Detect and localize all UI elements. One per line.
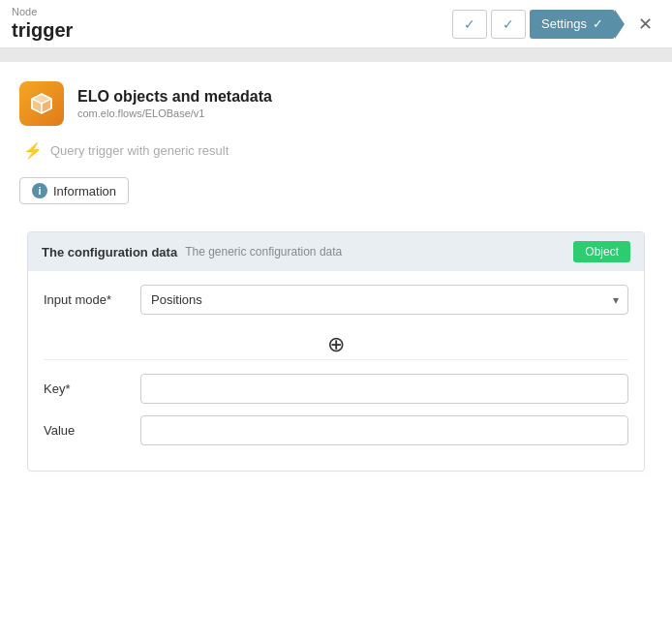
information-label: Information: [53, 184, 116, 198]
value-input[interactable]: [140, 415, 628, 445]
node-label: Node: [12, 6, 73, 17]
divider-bar: [0, 48, 672, 62]
settings-button[interactable]: Settings ✓: [530, 10, 615, 39]
checkmark-icon-1: ✓: [464, 16, 475, 32]
key-label: Key*: [44, 381, 140, 396]
value-label: Value: [44, 423, 140, 438]
info-icon: i: [32, 183, 47, 198]
check-button-1[interactable]: ✓: [452, 10, 487, 39]
settings-label: Settings: [541, 16, 587, 31]
main-content: ELO objects and metadata com.elo.flows/E…: [0, 62, 672, 487]
header-right: ✓ ✓ Settings ✓ ✕: [452, 10, 660, 39]
close-icon: ✕: [638, 15, 653, 34]
app-card: ELO objects and metadata com.elo.flows/E…: [19, 81, 653, 126]
config-subtitle: The generic configuration data: [185, 245, 342, 259]
app-id: com.elo.flows/ELOBase/v1: [77, 107, 272, 119]
main-window: Node trigger ✓ ✓ Settings ✓ ✕: [0, 0, 672, 640]
key-input[interactable]: [140, 374, 628, 404]
object-label: Object: [585, 245, 619, 259]
lightning-icon: ⚡: [23, 141, 43, 160]
checkmark-icon-2: ✓: [503, 16, 514, 32]
value-control: [140, 415, 628, 445]
input-mode-row: Input mode* Positions Fixed Dynamic ▾: [44, 285, 628, 315]
trigger-description: ⚡ Query trigger with generic result: [19, 141, 653, 160]
app-icon: [19, 81, 64, 126]
key-row: Key*: [44, 374, 628, 404]
input-mode-select[interactable]: Positions Fixed Dynamic: [140, 285, 628, 315]
config-header-left: The configuration data The generic confi…: [42, 245, 342, 259]
spacer: [19, 212, 653, 231]
header: Node trigger ✓ ✓ Settings ✓ ✕: [0, 0, 672, 48]
elo-icon: [28, 90, 55, 117]
input-mode-control: Positions Fixed Dynamic ▾: [140, 285, 628, 315]
app-name: ELO objects and metadata: [77, 88, 272, 106]
config-title: The configuration data: [42, 245, 177, 259]
value-row: Value: [44, 415, 628, 445]
add-button[interactable]: ⊕: [327, 334, 345, 355]
input-mode-label: Input mode*: [44, 292, 140, 307]
app-info: ELO objects and metadata com.elo.flows/E…: [77, 88, 272, 119]
settings-check-icon: ✓: [593, 16, 603, 31]
close-button[interactable]: ✕: [630, 10, 660, 39]
add-row: ⊕: [44, 326, 628, 360]
object-button[interactable]: Object: [573, 241, 630, 262]
config-header: The configuration data The generic confi…: [28, 232, 644, 271]
plus-circle-icon: ⊕: [327, 332, 345, 356]
information-button[interactable]: i Information: [19, 177, 129, 204]
trigger-text: Query trigger with generic result: [50, 143, 229, 158]
key-control: [140, 374, 628, 404]
check-button-2[interactable]: ✓: [491, 10, 526, 39]
config-section: The configuration data The generic confi…: [27, 231, 645, 472]
header-left: Node trigger: [12, 6, 73, 42]
page-title: trigger: [12, 19, 73, 42]
config-body: Input mode* Positions Fixed Dynamic ▾ ⊕: [28, 271, 644, 471]
